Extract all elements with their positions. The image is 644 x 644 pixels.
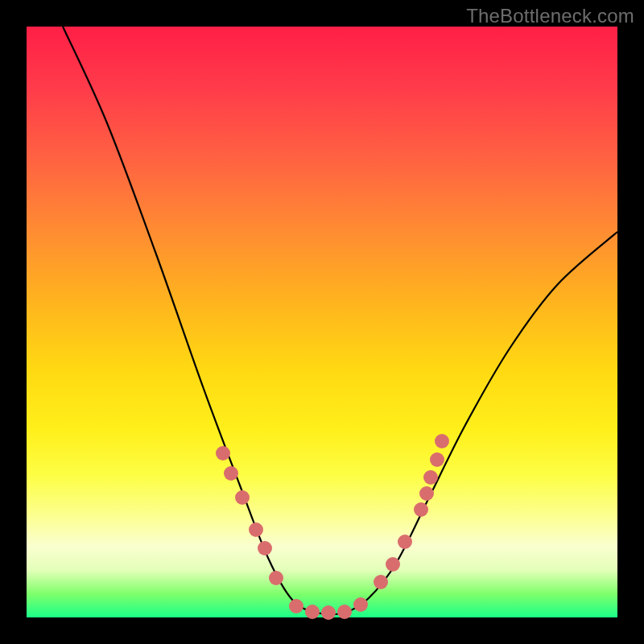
watermark-text: TheBottleneck.com [466,5,634,27]
data-dot [258,541,272,555]
data-dot [353,597,368,612]
data-dot [337,605,352,619]
data-dot [414,502,428,517]
data-dot [289,599,303,613]
data-dot [419,486,434,501]
data-dot [249,522,263,537]
data-dot [321,605,336,620]
data-dot [386,557,400,572]
data-dot [305,605,320,619]
plot-area [27,27,617,617]
data-dot [398,535,412,549]
data-dot [374,575,388,589]
data-dot [224,466,238,481]
data-dot [269,571,283,585]
data-dot [430,452,444,467]
data-dot [235,490,250,505]
data-dot [423,470,438,485]
data-dot [435,434,449,448]
bottleneck-curve [63,27,617,614]
data-dot [216,446,230,460]
chart-svg [27,27,617,617]
outer-frame: TheBottleneck.com [0,0,644,644]
